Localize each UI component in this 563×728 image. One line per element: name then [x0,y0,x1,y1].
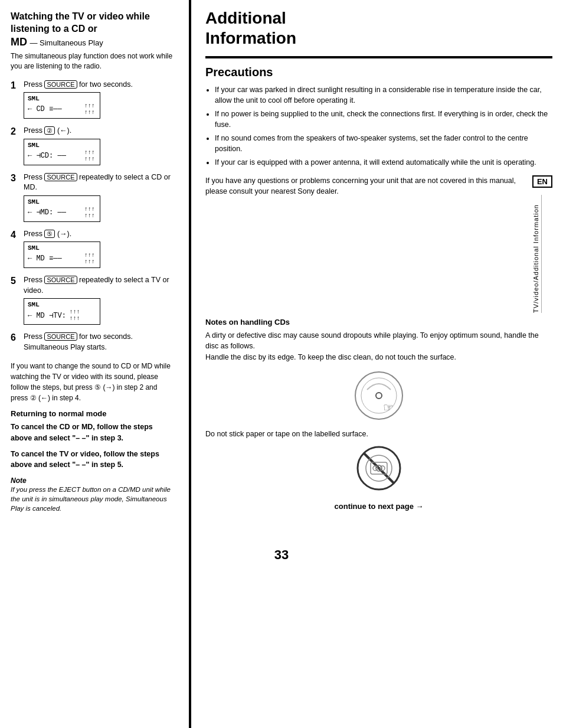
step-1-press: Press [24,80,42,89]
section-title: Watching the TV or video while listening… [11,11,175,49]
after-step6-content: If you want to change the sound to CD or… [11,362,171,402]
svg-text:☞: ☞ [383,401,394,414]
note-text: If you press the EJECT button on a CD/MD… [11,485,175,513]
step-5-press: Press [24,276,42,284]
step-3-press: Press [24,173,42,181]
precautions-list: If your car was parked in direct sunligh… [205,85,552,168]
step-2-press: Press [24,126,42,135]
svg-line-5 [364,453,394,484]
divider-bar [205,56,552,58]
bullet-4: If your car is equipped with a power ant… [215,158,552,168]
step-1-suffix: for two seconds. [79,80,133,89]
step-2-display: SML ← ⊣CD: —— ↑↑↑↑↑↑ [24,139,100,165]
step-5-display-row1: SML [28,301,95,308]
left-column: Watching the TV or video while listening… [0,0,183,728]
step-4-display-row2: ← MD ≡—— ↑↑↑↑↑↑ [28,252,95,265]
intro-text: The simultaneous play function does not … [11,51,175,71]
step-5-content: Press SOURCE repeatedly to select a TV o… [24,275,175,326]
labelled-text: Do not stick paper or tape on the labell… [205,429,552,440]
step-3-number: 3 [11,172,21,184]
step-4-button: ⑤ [44,230,55,238]
step-1: 1 Press SOURCE for two seconds. SML ← CD… [11,80,175,120]
step-2-display-row2: ← ⊣CD: —— ↑↑↑↑↑↑ [28,149,95,162]
cd-icon: ☞ [352,369,405,422]
additional-info-title: Additional Information [205,8,552,48]
step-1-content: Press SOURCE for two seconds. SML ← CD ≡… [24,80,175,120]
step-3-instruction: Press SOURCE repeatedly to select a CD o… [24,172,175,193]
en-badge: EN [532,175,552,188]
step-6: 6 Press SOURCE for two seconds. Simultan… [11,332,175,355]
step-3-display-row2: ← ⊣MD: —— ↑↑↑↑↑↑ [28,206,95,219]
bullet-1: If your car was parked in direct sunligh… [215,85,552,106]
svg-point-10 [380,466,385,471]
handling-text: A dirty or defective disc may cause soun… [205,330,552,363]
step-1-number: 1 [11,80,21,91]
title-line2: Information [205,29,296,47]
notes-handling-title: Notes on handling CDs [205,318,552,327]
step-5-instruction: Press SOURCE repeatedly to select a TV o… [24,275,175,296]
returning-title: Returning to normal mode [11,409,175,418]
precautions-title: Precautions [205,66,552,79]
step-4-number: 4 [11,229,21,240]
step-5-number: 5 [11,275,21,286]
step-6-instruction: Press SOURCE for two seconds. Simultaneo… [24,332,175,352]
step-5-display: SML ← MD ⊣TV: ↑↑↑↑↑↑ [24,298,100,325]
step-2-instruction: Press ② (←). [24,126,175,136]
step-2-display-row1: SML [28,142,95,149]
step-4-display-row1: SML [28,244,95,252]
step-6-press: Press [24,332,42,341]
returning-para2: To cancel the TV or video, follow the st… [11,449,175,471]
continue-text: continue to next page → [205,502,552,511]
md-label: MD [11,36,27,48]
step-3-display-row1: SML [28,198,95,205]
step-1-display: SML ← CD ≡—— ↑↑↑↑↑↑ [24,92,100,119]
step-4-display: SML ← MD ≡—— ↑↑↑↑↑↑ [24,241,100,268]
step-4-press: Press [24,230,42,238]
step-4-suffix: (→). [57,230,71,238]
after-step6-text: If you want to change the sound to CD or… [11,361,175,403]
returning-para1: To cancel the CD or MD, follow the steps… [11,422,175,444]
bullet-3: If no sound comes from the speakers of t… [215,133,552,154]
step-4-instruction: Press ⑤ (→). [24,229,175,240]
cd-image-area: ☞ [205,369,552,424]
step-2-suffix: (←). [57,126,71,135]
title-line1: Additional [205,9,286,27]
questions-text: If you have any questions or problems co… [205,175,528,198]
svg-point-0 [355,372,402,419]
simultaneous-label: — Simultaneous Play [30,38,103,47]
step-6-extra: Simultaneous Play starts. [24,343,107,351]
step-6-suffix: for two seconds. [79,332,133,341]
step-1-display-row1: SML [28,95,95,102]
step-3-content: Press SOURCE repeatedly to select a CD o… [24,172,175,223]
step-6-number: 6 [11,332,21,343]
step-5-button: SOURCE [44,276,77,284]
step-3-display: SML ← ⊣MD: —— ↑↑↑↑↑↑ [24,195,100,222]
svg-point-2 [376,393,382,399]
step-3-button: SOURCE [44,173,77,181]
bullet-2: If no power is being supplied to the uni… [215,109,552,130]
step-1-instruction: Press SOURCE for two seconds. [24,80,175,90]
step-2-button: ② [44,126,55,135]
step-2-number: 2 [11,126,21,137]
step-1-display-row2: ← CD ≡—— ↑↑↑↑↑↑ [28,103,95,116]
right-column: Additional Information Precautions If yo… [189,0,563,728]
step-2-content: Press ② (←). SML ← ⊣CD: —— ↑↑↑↑↑↑ [24,126,175,167]
step-1-button: SOURCE [44,80,77,89]
no-tape-image-area [205,445,552,494]
section-title-text: Watching the TV or video while listening… [11,11,150,34]
page-number: 33 [274,547,289,563]
step-6-content: Press SOURCE for two seconds. Simultaneo… [24,332,175,355]
svg-point-9 [373,466,378,471]
side-label: TV/video/Additional Information [532,195,542,313]
step-4: 4 Press ⑤ (→). SML ← MD ≡—— ↑↑↑↑↑↑ [11,229,175,270]
step-3: 3 Press SOURCE repeatedly to select a CD… [11,172,175,223]
step-4-content: Press ⑤ (→). SML ← MD ≡—— ↑↑↑↑↑↑ [24,229,175,270]
note-title: Note [11,476,175,485]
note-section: Note If you press the EJECT button on a … [11,476,175,513]
step-5-display-row2: ← MD ⊣TV: ↑↑↑↑↑↑ [28,309,95,322]
step-2: 2 Press ② (←). SML ← ⊣CD: —— ↑↑↑↑↑↑ [11,126,175,167]
no-tape-icon [355,445,402,492]
step-5: 5 Press SOURCE repeatedly to select a TV… [11,275,175,326]
step-6-button: SOURCE [44,332,77,341]
